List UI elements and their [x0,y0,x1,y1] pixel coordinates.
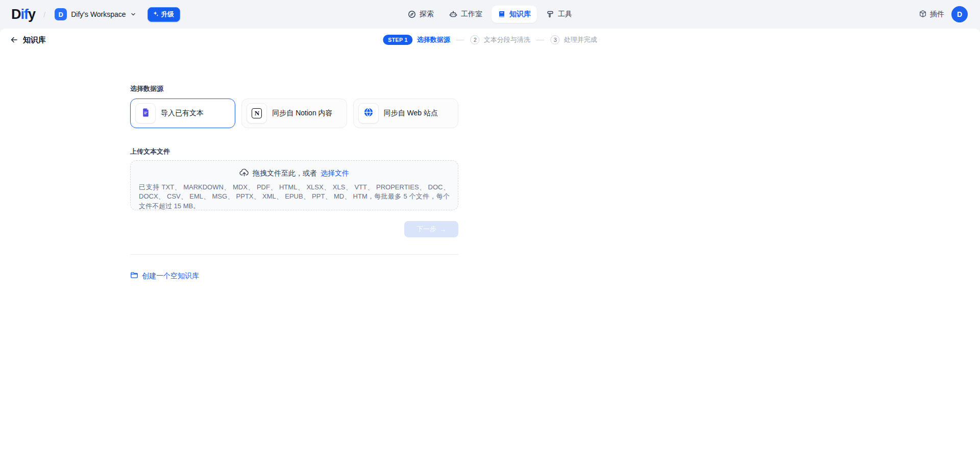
page-header: 知识库 STEP 1 选择数据源 2 文本分段与清洗 3 处理并完成 [0,29,980,51]
datasource-label: 同步自 Notion 内容 [272,109,332,118]
create-empty-kb-link[interactable]: 创建一个空知识库 [130,271,199,281]
logo-part: D [11,7,21,22]
icon-box [135,103,156,124]
datasource-card-import-text[interactable]: 导入已有文本 [130,99,235,128]
nav-item-explore[interactable]: 探索 [402,6,440,23]
hammer-icon [546,10,554,18]
dropzone-hint-row: 拖拽文件至此，或者 选择文件 [139,167,450,179]
step-3-number: 3 [551,35,560,44]
upload-section-title: 上传文本文件 [130,147,458,156]
back-title: 知识库 [10,35,46,45]
notion-icon: N [252,108,262,118]
nav-item-studio[interactable]: 工作室 [443,6,488,23]
datasource-card-notion[interactable]: N 同步自 Notion 内容 [241,99,347,128]
workspace-selector[interactable]: D Dify's Workspace [52,6,139,22]
workspace-avatar: D [55,8,67,20]
browse-files-link[interactable]: 选择文件 [321,169,349,178]
plugins-label: 插件 [930,10,944,19]
back-arrow-icon[interactable] [10,36,18,44]
main-content: 选择数据源 导入已有文本 N 同步自 Notion 内容 [130,51,458,281]
icon-box [358,103,379,124]
create-empty-kb-label: 创建一个空知识库 [142,272,199,281]
datasource-label: 导入已有文本 [161,109,204,118]
section-divider [130,254,458,255]
next-button-label: 下一步 [416,225,436,234]
step-3-label: 处理并完成 [564,35,597,44]
steps-indicator: STEP 1 选择数据源 2 文本分段与清洗 3 处理并完成 [383,35,597,45]
globe-icon [363,107,374,119]
upgrade-button[interactable]: 升级 [148,7,180,22]
breadcrumb-slash: / [43,10,45,19]
topbar: Dify / D Dify's Workspace 升级 探索 [0,0,980,29]
chevron-down-icon [130,11,136,17]
nav-item-tools[interactable]: 工具 [540,6,578,23]
upgrade-label: 升级 [161,10,174,19]
dify-logo[interactable]: Dify [11,8,35,21]
step-1-label: 选择数据源 [417,35,450,44]
arrow-right-icon: → [439,226,446,233]
robot-icon [449,10,457,18]
nav-label: 工作室 [461,10,482,19]
topbar-left: Dify / D Dify's Workspace 升级 [11,6,180,22]
step-3: 3 处理并完成 [551,35,597,44]
icon-box: N [247,103,267,124]
workspace-name: Dify's Workspace [71,10,126,18]
datasource-label: 同步自 Web 站点 [384,109,438,118]
plugins-button[interactable]: 插件 [919,10,944,19]
step-2-label: 文本分段与清洗 [484,35,530,44]
folder-icon [130,271,138,281]
sparkles-icon [153,11,159,18]
upload-cloud-icon [239,168,249,179]
step-1-badge: STEP 1 [383,35,412,45]
logo-part: if [21,7,29,22]
page-title: 知识库 [23,35,46,45]
datasource-card-web[interactable]: 同步自 Web 站点 [353,99,458,128]
file-dropzone[interactable]: 拖拽文件至此，或者 选择文件 已支持 TXT、 MARKDOWN、 MDX、 P… [130,160,458,210]
step-1: STEP 1 选择数据源 [383,35,450,45]
nav-label: 探索 [420,10,434,19]
nav-label: 知识库 [509,10,531,19]
datasource-cards: 导入已有文本 N 同步自 Notion 内容 同步自 Web 站点 [130,99,458,128]
package-icon [919,10,927,19]
book-icon [498,10,506,18]
dropzone-hint: 拖拽文件至此，或者 [253,169,317,178]
user-avatar[interactable]: D [951,6,968,22]
file-text-icon [141,108,151,119]
nav-label: 工具 [558,10,572,19]
nav-item-knowledge[interactable]: 知识库 [492,6,537,23]
step-2: 2 文本分段与清洗 [471,35,530,44]
next-step-button[interactable]: 下一步 → [404,221,458,237]
logo-part: y [28,7,35,22]
step-2-number: 2 [471,35,480,44]
datasource-section-title: 选择数据源 [130,84,458,93]
compass-icon [408,10,416,18]
topbar-right: 插件 D [919,6,968,22]
primary-nav: 探索 工作室 知识库 工具 [402,0,578,29]
supported-formats-text: 已支持 TXT、 MARKDOWN、 MDX、 PDF、 HTML、 XLSX、… [139,183,450,211]
step-divider [536,40,545,40]
step-divider [456,40,464,40]
next-button-row: 下一步 → [130,221,458,237]
page: 知识库 STEP 1 选择数据源 2 文本分段与清洗 3 处理并完成 选择数据源 [0,29,980,465]
